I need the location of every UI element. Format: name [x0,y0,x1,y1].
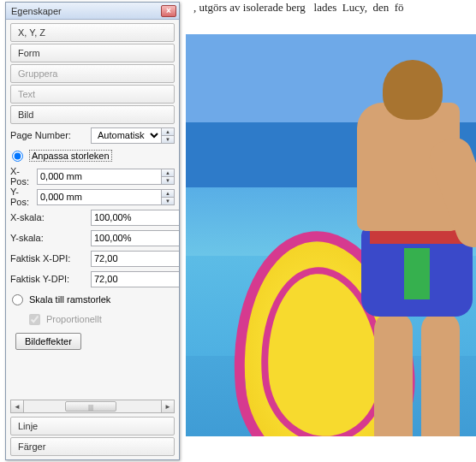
panel-hscrollbar[interactable]: ◄ ||| ► [10,401,175,415]
page-number-spin[interactable]: ▲ ▼ [162,127,175,144]
chevron-down-icon[interactable]: ▼ [162,177,174,184]
ypos-spin[interactable]: ▲▼ [162,189,175,205]
ypos-row: Y-Pos: ▲▼ [10,187,175,206]
xpos-row: X-Pos: ▲▼ [10,167,175,186]
scale-frame-label: Skala till ramstorlek [29,294,110,305]
ypos-input[interactable] [37,189,162,205]
xscale-label: X-skala: [10,212,87,222]
xpos-spin[interactable]: ▲▼ [162,169,175,185]
proportional-label: Proportionellt [46,314,102,324]
scroll-track[interactable]: ||| [24,400,161,413]
xdpi-input[interactable] [91,251,179,267]
proportional-row: Proportionellt [10,311,175,328]
xscale-row: X-skala: ▲▼ [10,208,179,227]
scroll-thumb[interactable]: ||| [65,401,116,412]
ydpi-row: Faktisk Y-DPI: ▲▼ [10,270,179,288]
image-effects-button[interactable]: Bildeffekter [15,333,81,350]
panel-title: Egenskaper [11,6,161,16]
section-line[interactable]: Linje [10,417,175,435]
fit-size-row[interactable]: Anpassa storleken [10,146,175,165]
xpos-label: X-Pos: [10,166,33,187]
xscale-input[interactable] [91,210,179,226]
yscale-input[interactable] [91,230,179,246]
xdpi-row: Faktisk X-DPI: ▲▼ [10,249,179,268]
image-frame[interactable] [186,34,476,436]
xdpi-label: Faktisk X-DPI: [10,253,87,264]
chevron-down-icon[interactable]: ▼ [162,198,174,204]
image-content [374,312,413,436]
fit-size-radio[interactable] [12,151,23,162]
ypos-label: Y-Pos: [10,187,33,207]
ydpi-input[interactable] [91,271,179,287]
yscale-label: Y-skala: [10,233,87,243]
close-button[interactable]: × [161,5,176,17]
section-colors[interactable]: Färger [10,437,175,456]
scroll-left-button[interactable]: ◄ [10,400,24,413]
properties-panel: Egenskaper × X, Y, Z Form Gruppera Text … [5,2,180,460]
image-content [361,227,473,317]
fit-size-label: Anpassa storleken [29,150,112,162]
panel-titlebar[interactable]: Egenskaper × [6,3,179,20]
image-content [383,60,443,120]
section-form[interactable]: Form [10,44,175,62]
page-number-select[interactable]: Automatiskt [91,127,162,144]
page-number-row: Page Number: Automatiskt ▲ ▼ [10,126,175,145]
scroll-right-button[interactable]: ► [161,400,175,413]
document-text: , utgörs av isolerade berg lades Lucy, d… [188,0,476,17]
image-content [421,312,460,436]
xpos-input[interactable] [37,169,162,185]
chevron-down-icon[interactable]: ▼ [162,136,174,143]
section-xyz[interactable]: X, Y, Z [10,23,175,42]
proportional-checkbox [29,314,40,325]
page-number-label: Page Number: [10,130,87,140]
chevron-up-icon[interactable]: ▲ [162,128,174,136]
section-group[interactable]: Gruppera [10,64,175,83]
section-text[interactable]: Text [10,85,175,104]
ydpi-label: Faktisk Y-DPI: [10,274,87,284]
chevron-up-icon[interactable]: ▲ [162,190,174,198]
close-icon: × [166,7,171,15]
chevron-up-icon[interactable]: ▲ [162,169,174,177]
scale-frame-row[interactable]: Skala till ramstorlek [10,290,175,309]
scale-frame-radio[interactable] [12,294,23,305]
yscale-row: Y-skala: ▲▼ [10,228,179,247]
section-image[interactable]: Bild [10,105,175,124]
